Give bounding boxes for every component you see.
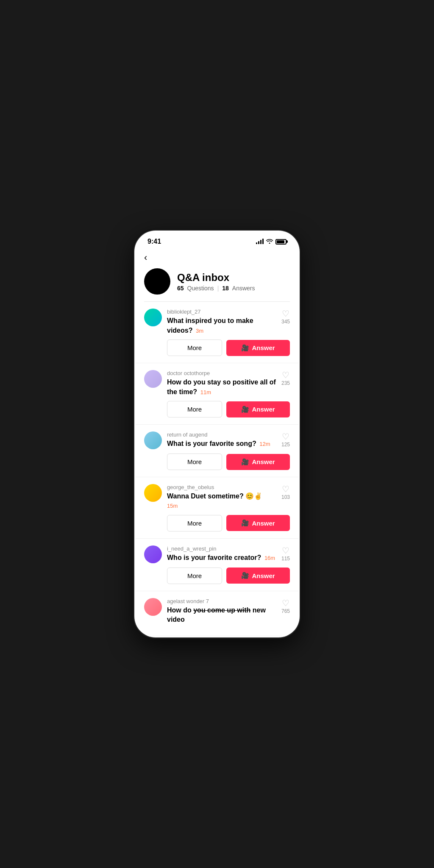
like-count: 125 [281, 442, 290, 448]
question-item: agelast wonder 7 How do you come up with… [136, 591, 298, 636]
like-count: 103 [281, 494, 290, 500]
question-text: What is your favorite song? 12m [167, 439, 276, 448]
video-camera-icon: 🎥 [241, 519, 249, 527]
question-time: 16m [263, 555, 275, 561]
stat-divider: | [217, 285, 219, 292]
question-content: biblioklept_27 What inspired you to make… [167, 309, 276, 335]
heart-icon: ♡ [282, 370, 289, 380]
user-avatar [144, 598, 162, 616]
signal-bars-icon [256, 239, 264, 244]
like-count: 345 [281, 319, 290, 325]
user-avatar [144, 309, 162, 326]
questions-list: biblioklept_27 What inspired you to make… [136, 302, 298, 636]
like-count: 235 [281, 380, 290, 386]
question-content: return of augend What is your favorite s… [167, 431, 276, 448]
question-text: Who is your favorite creator? 16m [167, 553, 276, 562]
profile-section: Q&A inbox 65 Questions | 18 Answers [144, 265, 290, 296]
user-avatar [144, 370, 162, 388]
video-camera-icon: 🎥 [241, 572, 249, 579]
question-header: biblioklept_27 What inspired you to make… [144, 309, 290, 335]
more-button[interactable]: More [167, 401, 222, 417]
like-section[interactable]: ♡ 765 [281, 598, 290, 614]
username: return of augend [167, 431, 276, 438]
wifi-icon [266, 238, 273, 245]
question-time: 3m [194, 328, 203, 334]
question-header: doctor octothorpe How do you stay so pos… [144, 370, 290, 397]
more-button[interactable]: More [167, 515, 222, 531]
answer-button[interactable]: 🎥 Answer [226, 401, 290, 417]
page-header: ‹ Q&A inbox 65 Questions | 18 Answers [136, 249, 298, 301]
heart-icon: ♡ [282, 598, 289, 608]
question-actions: More 🎥 Answer [167, 515, 290, 531]
question-text: How do you stay so positive all of the t… [167, 378, 276, 397]
question-content: agelast wonder 7 How do you come up with… [167, 598, 276, 625]
question-actions: More 🎥 Answer [167, 401, 290, 417]
question-actions: More 🎥 Answer [167, 339, 290, 356]
like-section[interactable]: ♡ 235 [281, 370, 290, 386]
question-actions: More 🎥 Answer [167, 568, 290, 584]
question-item: biblioklept_27 What inspired you to make… [136, 302, 298, 363]
username: biblioklept_27 [167, 309, 276, 315]
profile-info: Q&A inbox 65 Questions | 18 Answers [177, 272, 255, 292]
question-item: return of augend What is your favorite s… [136, 425, 298, 477]
status-bar: 9:41 [136, 232, 298, 249]
page-title: Q&A inbox [177, 272, 255, 284]
more-button[interactable]: More [167, 568, 222, 584]
user-avatar [144, 545, 162, 563]
heart-icon: ♡ [282, 309, 289, 319]
video-camera-icon: 🎥 [241, 344, 249, 352]
answer-button[interactable]: 🎥 Answer [226, 454, 290, 470]
video-camera-icon: 🎥 [241, 406, 249, 413]
question-item: doctor octothorpe How do you stay so pos… [136, 363, 298, 425]
username: i_need_a_wrest_pin [167, 545, 276, 552]
like-section[interactable]: ♡ 115 [281, 545, 290, 562]
user-avatar [144, 484, 162, 502]
questions-count: 65 [177, 285, 184, 292]
user-avatar [144, 431, 162, 449]
question-text: How do you come up with new video [167, 606, 276, 625]
answer-button[interactable]: 🎥 Answer [226, 340, 290, 356]
heart-icon: ♡ [282, 484, 289, 494]
question-time: 15m [167, 503, 178, 509]
heart-icon: ♡ [282, 431, 289, 442]
question-text: Wanna Duet sometime? 😊✌ 15m [167, 492, 276, 511]
question-header: agelast wonder 7 How do you come up with… [144, 598, 290, 625]
like-section[interactable]: ♡ 345 [281, 309, 290, 325]
username: george_the_obelus [167, 484, 276, 490]
question-header: i_need_a_wrest_pin Who is your favorite … [144, 545, 290, 563]
back-button[interactable]: ‹ [144, 250, 147, 265]
answer-button[interactable]: 🎥 Answer [226, 515, 290, 531]
avatar [144, 268, 170, 295]
question-item: george_the_obelus Wanna Duet sometime? 😊… [136, 477, 298, 539]
username: agelast wonder 7 [167, 598, 276, 604]
questions-label: Questions [187, 285, 214, 292]
video-camera-icon: 🎥 [241, 458, 249, 466]
question-content: i_need_a_wrest_pin Who is your favorite … [167, 545, 276, 562]
question-content: doctor octothorpe How do you stay so pos… [167, 370, 276, 397]
like-section[interactable]: ♡ 103 [281, 484, 290, 500]
question-item: i_need_a_wrest_pin Who is your favorite … [136, 539, 298, 591]
more-button[interactable]: More [167, 453, 222, 470]
like-section[interactable]: ♡ 125 [281, 431, 290, 448]
username: doctor octothorpe [167, 370, 276, 376]
profile-stats: 65 Questions | 18 Answers [177, 285, 255, 292]
like-count: 765 [281, 608, 290, 614]
strikethrough-text: you come up with [193, 606, 250, 614]
status-icons [256, 238, 287, 245]
answer-button[interactable]: 🎥 Answer [226, 568, 290, 584]
heart-icon: ♡ [282, 545, 289, 556]
answers-label: Answers [232, 285, 255, 292]
question-content: george_the_obelus Wanna Duet sometime? 😊… [167, 484, 276, 511]
question-header: george_the_obelus Wanna Duet sometime? 😊… [144, 484, 290, 511]
question-time: 12m [258, 441, 270, 447]
status-time: 9:41 [147, 238, 161, 245]
question-actions: More 🎥 Answer [167, 453, 290, 470]
more-button[interactable]: More [167, 339, 222, 356]
battery-icon [275, 239, 287, 245]
answers-count: 18 [222, 285, 229, 292]
question-text: What inspired you to make videos? 3m [167, 316, 276, 335]
question-time: 11m [199, 389, 211, 395]
like-count: 115 [281, 556, 290, 562]
question-header: return of augend What is your favorite s… [144, 431, 290, 449]
